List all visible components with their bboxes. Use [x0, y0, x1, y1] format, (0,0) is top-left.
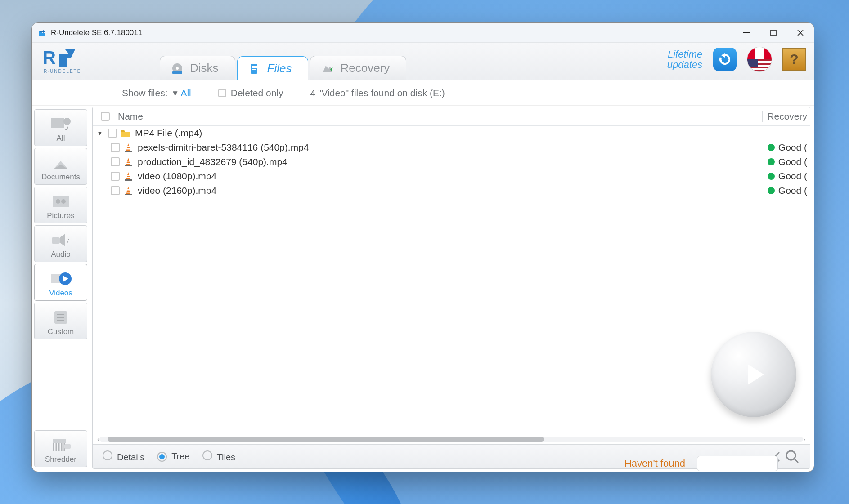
file-name: video (1080p).mp4	[138, 171, 768, 182]
documents-icon	[49, 154, 72, 172]
file-panel: Name Recovery ▼ MP4 File (.mp4) pe	[92, 107, 810, 469]
files-icon	[248, 62, 261, 75]
vlc-cone-icon	[123, 157, 133, 166]
main-tabs: Disks Files Recovery	[160, 54, 406, 80]
category-documents[interactable]: Documents	[34, 148, 87, 185]
svg-text:R: R	[43, 48, 56, 67]
row-checkbox[interactable]	[111, 157, 120, 166]
show-files-label: Show files:	[122, 88, 168, 98]
svg-point-16	[61, 199, 66, 204]
svg-text:♪: ♪	[66, 236, 70, 245]
disk-icon	[171, 62, 184, 75]
help-icon: ?	[790, 51, 799, 68]
help-button[interactable]: ?	[782, 48, 806, 71]
updates-label: Lifetime updates	[667, 49, 702, 70]
category-all[interactable]: ♪ All	[34, 109, 87, 146]
minimize-button[interactable]	[733, 23, 760, 43]
app-logo: R R·UNDELETE	[43, 46, 97, 76]
row-checkbox[interactable]	[111, 143, 120, 152]
svg-rect-24	[126, 146, 130, 147]
category-label: Videos	[49, 289, 72, 298]
svg-rect-34	[126, 192, 130, 193]
header: R R·UNDELETE Disks Files	[32, 43, 814, 80]
show-files-value: All	[180, 88, 191, 98]
svg-rect-22	[53, 439, 66, 443]
svg-point-5	[176, 67, 179, 70]
file-list: ▼ MP4 File (.mp4) pexels-dimitri-baret-5…	[93, 126, 810, 435]
tab-files[interactable]: Files	[237, 56, 309, 80]
deleted-only-checkbox[interactable]: Deleted only	[218, 88, 283, 98]
filter-bar: Show files: ▾All Deleted only 4 "Video" …	[32, 80, 814, 106]
scan-status: 4 "Video" files found on disk (E:)	[310, 88, 445, 98]
scroll-thumb[interactable]	[108, 437, 544, 442]
file-row[interactable]: production_id_4832679 (540p).mp4 Good (	[93, 155, 810, 169]
scroll-left-icon[interactable]: ‹	[97, 436, 99, 443]
status-dot-icon	[768, 144, 775, 151]
svg-rect-0	[743, 32, 750, 33]
file-name: video (2160p).mp4	[138, 185, 768, 196]
svg-rect-17	[52, 237, 60, 244]
row-checkbox[interactable]	[111, 186, 120, 195]
status-dot-icon	[768, 187, 775, 194]
file-group-row[interactable]: ▼ MP4 File (.mp4)	[93, 126, 810, 140]
recover-button-partial[interactable]	[697, 456, 778, 471]
file-name: pexels-dimitri-baret-5384116 (540p).mp4	[138, 142, 768, 153]
category-videos[interactable]: Videos	[34, 264, 87, 301]
footer-partial: Haven't found	[68, 455, 778, 472]
recovery-status: Good (	[768, 156, 810, 167]
svg-rect-1	[771, 30, 776, 36]
category-sidebar: ♪ All Documents Pictures ♪ Audio Videos	[32, 106, 90, 472]
svg-rect-35	[125, 194, 132, 195]
row-checkbox[interactable]	[111, 172, 120, 181]
window-title: R-Undelete SE 6.7.180011	[51, 28, 733, 37]
updates-button[interactable]	[713, 48, 737, 71]
file-row[interactable]: video (2160p).mp4 Good (	[93, 183, 810, 198]
header-actions: Lifetime updates ?	[667, 47, 806, 71]
category-label: Custom	[48, 327, 74, 336]
svg-rect-14	[53, 196, 69, 207]
category-pictures[interactable]: Pictures	[34, 187, 87, 223]
group-label: MP4 File (.mp4)	[135, 128, 810, 138]
language-button[interactable]	[747, 47, 772, 71]
titlebar[interactable]: R-Undelete SE 6.7.180011	[32, 23, 814, 43]
maximize-button[interactable]	[760, 23, 787, 43]
play-icon	[738, 359, 769, 390]
scroll-right-icon[interactable]: ›	[803, 436, 805, 443]
svg-rect-9	[252, 67, 257, 68]
svg-rect-28	[126, 163, 130, 164]
select-all-checkbox[interactable]	[101, 112, 110, 121]
body: ♪ All Documents Pictures ♪ Audio Videos	[32, 106, 814, 472]
preview-play-button[interactable]	[711, 332, 796, 417]
recovery-status: Good (	[768, 185, 810, 196]
file-row[interactable]: video (1080p).mp4 Good (	[93, 169, 810, 183]
show-files-control[interactable]: Show files: ▾All	[122, 88, 191, 98]
file-row[interactable]: pexels-dimitri-baret-5384116 (540p).mp4 …	[93, 140, 810, 155]
horizontal-scrollbar[interactable]: ‹ ›	[93, 435, 810, 443]
app-window: R-Undelete SE 6.7.180011 R R·UNDELETE Di…	[31, 22, 814, 472]
app-icon	[37, 28, 46, 37]
category-custom[interactable]: Custom	[34, 303, 87, 339]
folder-icon	[121, 129, 130, 138]
recovery-icon	[321, 62, 334, 75]
svg-text:R·UNDELETE: R·UNDELETE	[44, 69, 81, 74]
vlc-cone-icon	[123, 186, 133, 195]
videos-icon	[49, 270, 72, 288]
close-button[interactable]	[787, 23, 814, 43]
svg-rect-30	[126, 175, 130, 176]
column-name[interactable]: Name	[118, 111, 762, 122]
tab-recovery[interactable]: Recovery	[310, 56, 406, 80]
tab-label: Recovery	[340, 61, 390, 75]
row-checkbox[interactable]	[108, 129, 117, 138]
svg-point-15	[56, 199, 60, 204]
column-recovery[interactable]: Recovery	[762, 111, 810, 122]
category-audio[interactable]: ♪ Audio	[34, 225, 87, 262]
tab-label: Files	[267, 62, 292, 76]
tab-disks[interactable]: Disks	[160, 56, 235, 80]
not-found-link[interactable]: Haven't found	[624, 458, 685, 469]
shredder-icon	[49, 436, 72, 454]
svg-rect-31	[126, 177, 130, 178]
pictures-icon	[49, 192, 72, 210]
collapse-icon[interactable]: ▼	[95, 129, 104, 137]
svg-rect-33	[126, 189, 130, 191]
svg-rect-25	[126, 148, 130, 150]
